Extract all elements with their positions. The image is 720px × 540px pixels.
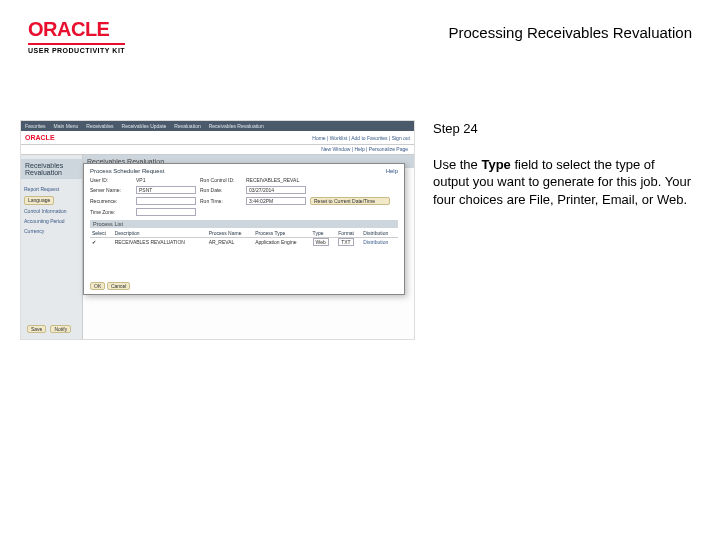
recur-label: Recurrence: bbox=[90, 198, 132, 204]
instruction-body: Use the Type field to select the type of… bbox=[433, 156, 692, 209]
type-dropdown: Web bbox=[313, 238, 329, 246]
th-select: Select bbox=[90, 229, 113, 238]
th-desc: Description bbox=[113, 229, 207, 238]
process-list-section: Process List bbox=[90, 220, 398, 228]
ss-nav: Favorites Main Menu Receivables Receivab… bbox=[21, 121, 414, 131]
rundate-label: Run Date: bbox=[200, 187, 242, 193]
tz-label: Time Zone: bbox=[90, 209, 132, 215]
oracle-logo: ORACLE bbox=[28, 18, 125, 41]
cell-pname: AR_REVAL bbox=[207, 238, 254, 247]
ss-left-panel: Receivables Revaluation Report Request L… bbox=[21, 155, 83, 339]
upk-label: USER PRODUCTIVITY KIT bbox=[28, 43, 125, 54]
cell-dist: Distribution bbox=[361, 238, 398, 247]
th-pname: Process Name bbox=[207, 229, 254, 238]
th-dist: Distribution bbox=[361, 229, 398, 238]
table-row: ✔ RECEIVABLES REVALUATION AR_REVAL Appli… bbox=[90, 238, 398, 247]
process-scheduler-modal: Process Scheduler Request Help User ID: … bbox=[83, 163, 405, 295]
cell-ptype: Application Engine bbox=[253, 238, 310, 247]
ss-left-item: Control Information bbox=[24, 208, 79, 215]
ss-nav-item: Revaluation bbox=[174, 123, 200, 129]
modal-title: Process Scheduler Request bbox=[90, 168, 164, 174]
ss-nav-item: Favorites bbox=[25, 123, 46, 129]
instruction-panel: Step 24 Use the Type field to select the… bbox=[433, 120, 692, 340]
notify-button: Notify bbox=[50, 325, 71, 333]
rundate-input: 03/27/2014 bbox=[246, 186, 306, 194]
ss-footer: Save Notify bbox=[27, 325, 71, 333]
th-type: Type bbox=[311, 229, 337, 238]
ss-page-title: Receivables Revaluation bbox=[21, 159, 82, 179]
ss-nav-item: Receivables bbox=[86, 123, 113, 129]
ss-brand-bar: ORACLE Home | Worklist | Add to Favorite… bbox=[21, 131, 414, 145]
cell-desc: RECEIVABLES REVALUATION bbox=[113, 238, 207, 247]
ok-button: OK bbox=[90, 282, 105, 290]
ss-sub-links: New Window | Help | Personalize Page bbox=[21, 145, 414, 155]
process-list-table: Select Description Process Name Process … bbox=[90, 229, 398, 246]
page-title: Processing Receivables Revaluation bbox=[449, 18, 692, 41]
reset-button: Reset to Current Date/Time bbox=[310, 197, 390, 205]
ss-left-item: Accounting Period bbox=[24, 218, 79, 225]
ss-brand-links: Home | Worklist | Add to Favorites | Sig… bbox=[312, 135, 410, 141]
tz-input bbox=[136, 208, 196, 216]
ss-nav-item: Receivables Update bbox=[122, 123, 167, 129]
runctl-value: RECEIVABLES_REVAL bbox=[246, 177, 390, 183]
save-button: Save bbox=[27, 325, 46, 333]
ss-nav-item: Receivables Revaluation bbox=[209, 123, 264, 129]
ss-oracle-logo: ORACLE bbox=[25, 134, 55, 141]
cell-select: ✔ bbox=[90, 238, 113, 247]
runtime-input: 3:44:02PM bbox=[246, 197, 306, 205]
recur-input bbox=[136, 197, 196, 205]
ss-nav-item: Main Menu bbox=[54, 123, 79, 129]
ss-left-item: Language bbox=[24, 196, 54, 205]
runtime-label: Run Time: bbox=[200, 198, 242, 204]
th-format: Format bbox=[336, 229, 361, 238]
server-label: Server Name: bbox=[90, 187, 132, 193]
user-value: VP1 bbox=[136, 177, 196, 183]
runctl-label: Run Control ID: bbox=[200, 177, 242, 183]
cancel-button: Cancel bbox=[107, 282, 131, 290]
th-ptype: Process Type bbox=[253, 229, 310, 238]
ss-left-item: Currency bbox=[24, 228, 79, 235]
ss-left-item: Report Request bbox=[24, 186, 79, 193]
server-input: PSNT bbox=[136, 186, 196, 194]
user-label: User ID: bbox=[90, 177, 132, 183]
format-dropdown: TXT bbox=[338, 238, 353, 246]
oracle-logo-block: ORACLE USER PRODUCTIVITY KIT bbox=[28, 18, 125, 54]
modal-help-link: Help bbox=[386, 168, 398, 174]
embedded-screenshot: Favorites Main Menu Receivables Receivab… bbox=[20, 120, 415, 340]
step-label: Step 24 bbox=[433, 120, 692, 138]
